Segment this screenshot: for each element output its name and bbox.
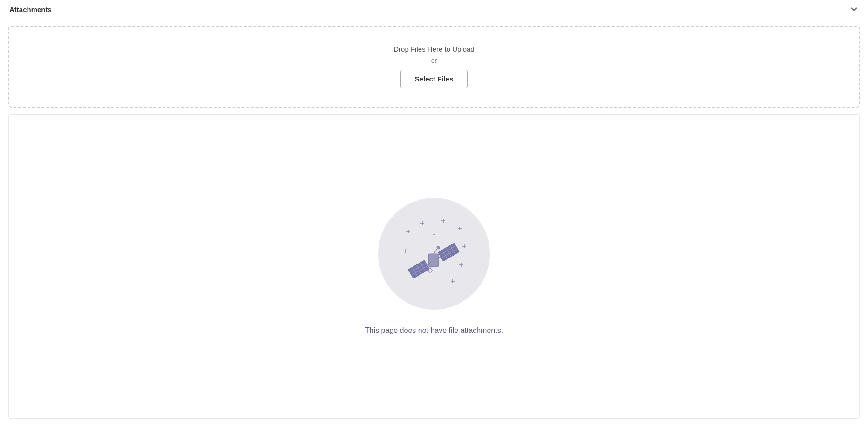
satellite-svg — [387, 207, 481, 300]
page-container: Attachments Drop Files Here to Upload or… — [0, 0, 868, 427]
drop-zone-wrapper: Drop Files Here to Upload or Select File… — [0, 19, 868, 114]
svg-point-37 — [428, 269, 432, 272]
empty-state-container: This page does not have file attachments… — [8, 114, 860, 419]
drop-zone-text: Drop Files Here to Upload — [393, 45, 474, 53]
svg-point-36 — [437, 246, 440, 249]
select-files-button[interactable]: Select Files — [400, 70, 468, 88]
drop-zone[interactable]: Drop Files Here to Upload or Select File… — [8, 26, 860, 108]
svg-line-35 — [434, 248, 438, 254]
chevron-down-icon[interactable] — [849, 5, 859, 14]
svg-rect-20 — [428, 254, 439, 267]
section-title: Attachments — [9, 6, 52, 14]
empty-state-message: This page does not have file attachments… — [365, 326, 503, 335]
satellite-illustration — [378, 198, 490, 310]
drop-zone-or: or — [431, 57, 437, 64]
section-header: Attachments — [0, 0, 868, 19]
